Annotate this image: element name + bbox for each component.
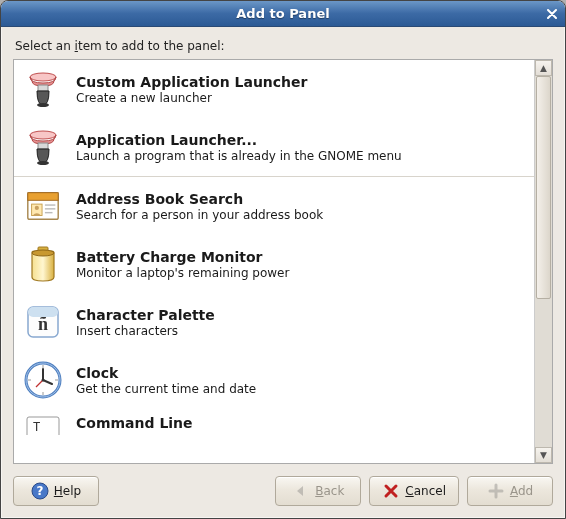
button-label: Help bbox=[54, 484, 81, 498]
scroll-up-icon[interactable]: ▲ bbox=[535, 60, 552, 76]
dialog-window: Add to Panel Select an item to add to th… bbox=[0, 0, 566, 519]
help-button[interactable]: ? Help bbox=[13, 476, 99, 506]
list-item-desc: Monitor a laptop's remaining power bbox=[76, 266, 289, 280]
svg-rect-7 bbox=[28, 193, 58, 201]
list-item-text: Command Line bbox=[76, 415, 193, 431]
svg-rect-28 bbox=[27, 417, 59, 435]
svg-text:?: ? bbox=[36, 484, 43, 498]
button-label: Cancel bbox=[405, 484, 446, 498]
svg-point-2 bbox=[37, 103, 49, 107]
svg-point-5 bbox=[37, 161, 49, 165]
svg-point-9 bbox=[35, 206, 39, 210]
address-book-icon bbox=[22, 185, 64, 227]
list-item[interactable]: Clock Get the current time and date bbox=[14, 351, 534, 409]
svg-point-3 bbox=[30, 131, 56, 139]
list-item[interactable]: ñ Character Palette Insert characters bbox=[14, 293, 534, 351]
list-item-title: Custom Application Launcher bbox=[76, 74, 308, 90]
back-icon bbox=[292, 482, 310, 500]
list-item-text: Application Launcher... Launch a program… bbox=[76, 132, 402, 163]
terminal-icon: T bbox=[22, 415, 64, 437]
window-title: Add to Panel bbox=[1, 6, 565, 21]
launcher-icon bbox=[22, 126, 64, 168]
svg-point-14 bbox=[32, 250, 54, 256]
list-item-text: Character Palette Insert characters bbox=[76, 307, 215, 338]
list-item-desc: Get the current time and date bbox=[76, 382, 256, 396]
svg-text:T: T bbox=[33, 420, 40, 434]
svg-text:ñ: ñ bbox=[38, 314, 48, 334]
battery-icon bbox=[22, 243, 64, 285]
list-item-title: Battery Charge Monitor bbox=[76, 249, 289, 265]
list-item-text: Battery Charge Monitor Monitor a laptop'… bbox=[76, 249, 289, 280]
cancel-button[interactable]: Cancel bbox=[369, 476, 459, 506]
button-label: Back bbox=[315, 484, 344, 498]
list-item-title: Address Book Search bbox=[76, 191, 323, 207]
launcher-icon bbox=[22, 68, 64, 110]
add-button: Add bbox=[467, 476, 553, 506]
svg-rect-1 bbox=[38, 85, 48, 91]
scrollbar[interactable]: ▲ ▼ bbox=[534, 60, 552, 463]
svg-point-23 bbox=[42, 379, 45, 382]
add-icon bbox=[487, 482, 505, 500]
list-item-desc: Insert characters bbox=[76, 324, 215, 338]
list-item-desc: Search for a person in your address book bbox=[76, 208, 323, 222]
close-icon[interactable] bbox=[544, 6, 560, 22]
list-item-text: Clock Get the current time and date bbox=[76, 365, 256, 396]
scroll-thumb[interactable] bbox=[536, 76, 551, 299]
cancel-icon bbox=[382, 482, 400, 500]
list-item-text: Custom Application Launcher Create a new… bbox=[76, 74, 308, 105]
back-button: Back bbox=[275, 476, 361, 506]
prompt-label: Select an item to add to the panel: bbox=[15, 39, 553, 53]
list-item[interactable]: T Command Line bbox=[14, 409, 534, 439]
list-item-desc: Launch a program that is already in the … bbox=[76, 149, 402, 163]
list-item[interactable]: Custom Application Launcher Create a new… bbox=[14, 60, 534, 118]
character-palette-icon: ñ bbox=[22, 301, 64, 343]
help-icon: ? bbox=[31, 482, 49, 500]
list-item[interactable]: Battery Charge Monitor Monitor a laptop'… bbox=[14, 235, 534, 293]
list-item[interactable]: Application Launcher... Launch a program… bbox=[14, 118, 534, 176]
clock-icon bbox=[22, 359, 64, 401]
applet-list-container: Custom Application Launcher Create a new… bbox=[13, 59, 553, 464]
svg-rect-4 bbox=[38, 143, 48, 149]
scroll-down-icon[interactable]: ▼ bbox=[535, 447, 552, 463]
dialog-body: Select an item to add to the panel: bbox=[1, 27, 565, 518]
list-item-desc: Create a new launcher bbox=[76, 91, 308, 105]
list-item-title: Application Launcher... bbox=[76, 132, 402, 148]
titlebar: Add to Panel bbox=[1, 1, 565, 27]
button-label: Add bbox=[510, 484, 533, 498]
applet-list[interactable]: Custom Application Launcher Create a new… bbox=[14, 60, 534, 463]
list-item-title: Clock bbox=[76, 365, 256, 381]
button-row: ? Help Back Cancel Add bbox=[13, 464, 553, 506]
list-item-title: Character Palette bbox=[76, 307, 215, 323]
scroll-track[interactable] bbox=[535, 76, 552, 447]
list-item[interactable]: Address Book Search Search for a person … bbox=[14, 177, 534, 235]
list-item-text: Address Book Search Search for a person … bbox=[76, 191, 323, 222]
list-item-title: Command Line bbox=[76, 415, 193, 431]
svg-point-0 bbox=[30, 73, 56, 81]
